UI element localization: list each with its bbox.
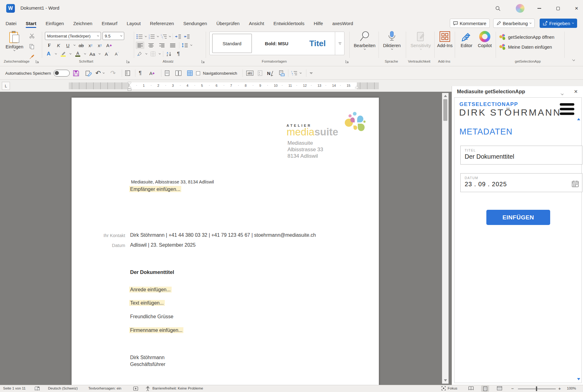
tab-hilfe[interactable]: Hilfe xyxy=(311,19,326,28)
underline-icon[interactable]: U xyxy=(64,42,71,49)
panel-scroll-up-icon[interactable] xyxy=(577,118,580,120)
strikethrough-icon[interactable]: ab xyxy=(78,42,85,49)
two-page-view-icon[interactable] xyxy=(175,68,182,78)
dialog-launcher-icon[interactable] xyxy=(36,60,39,63)
focus-icon[interactable] xyxy=(441,386,446,390)
pane-close-icon[interactable]: × xyxy=(574,88,578,95)
document-scrollbar[interactable] xyxy=(442,93,449,384)
editing-group-button[interactable]: Bearbeiten xyxy=(352,31,377,50)
editing-mode-button[interactable]: Bearbeitung xyxy=(493,19,535,28)
subscript-icon[interactable]: x2 xyxy=(87,42,94,49)
italic-icon[interactable]: K xyxy=(55,42,62,49)
dictate-button[interactable]: Diktieren xyxy=(380,31,403,50)
bold-icon[interactable]: F xyxy=(46,42,53,49)
list-settings-icon[interactable]: 1ai xyxy=(291,68,297,78)
print-preview-icon[interactable] xyxy=(279,68,285,78)
scrollbar-thumb[interactable] xyxy=(443,99,447,121)
style-titel[interactable]: Titel xyxy=(300,34,335,53)
recipient-placeholder[interactable]: Empfänger einfügen... xyxy=(129,186,181,192)
sort-icon[interactable]: AZ xyxy=(166,50,173,58)
undo-icon[interactable]: ↶ xyxy=(95,68,101,78)
comments-button[interactable]: Kommentare xyxy=(450,19,490,28)
clear-formatting-icon[interactable]: A◆ xyxy=(149,68,155,78)
print-layout-icon[interactable] xyxy=(481,385,489,392)
calendar-icon[interactable] xyxy=(572,180,579,187)
cut-icon[interactable] xyxy=(28,32,35,40)
titel-field-value[interactable]: Der Dokumenttitel xyxy=(465,153,578,160)
hamburger-menu-icon[interactable] xyxy=(560,103,574,115)
tab-ansicht[interactable]: Ansicht xyxy=(246,19,266,28)
insert-button[interactable]: EINFÜGEN xyxy=(486,210,550,225)
titel-field[interactable]: TITEL Der Dokumenttitel xyxy=(460,146,582,165)
maximize-button[interactable] xyxy=(553,3,563,14)
tab-axesword[interactable]: axesWord xyxy=(330,19,356,28)
right-indent-marker[interactable] xyxy=(355,86,359,88)
pilcrow-icon[interactable]: ¶ xyxy=(175,50,182,58)
find-replace-icon[interactable]: ab| xyxy=(246,68,253,78)
horizontal-ruler[interactable]: 1·2·3·4·5·6·7·8·9·10·11·12·13·14·15· xyxy=(69,82,379,89)
format-painter-icon[interactable] xyxy=(28,53,35,61)
datum-field-value[interactable]: 23 . 09 . 2025 xyxy=(465,181,578,188)
tab-referenzen[interactable]: Referenzen xyxy=(147,19,177,28)
proofing-status-icon[interactable] xyxy=(35,386,40,391)
editor-button[interactable]: Editor xyxy=(458,31,475,48)
tab-einfgen[interactable]: Einfügen xyxy=(43,19,66,28)
zoom-in-button[interactable]: + xyxy=(558,386,561,391)
pane-chevron-icon[interactable] xyxy=(561,90,563,96)
zoom-level-status[interactable]: 100% xyxy=(567,386,576,390)
language-status[interactable]: Deutsch (Schweiz) xyxy=(48,386,78,390)
salutation-placeholder[interactable]: Anrede einfügen... xyxy=(129,287,172,293)
share-button[interactable]: Freigeben xyxy=(540,19,577,28)
company-placeholder[interactable]: Firmenname einfügen... xyxy=(129,327,183,333)
navigation-pane-checkbox[interactable] xyxy=(196,68,200,78)
accessibility-status[interactable]: Barrierefreiheit: Keine Probleme xyxy=(152,386,203,390)
getsel-open-button[interactable]: getSelectionApp öffnen xyxy=(499,34,555,40)
clear-formatting-icon[interactable]: A◆ xyxy=(106,42,112,49)
align-right-icon[interactable] xyxy=(157,42,166,49)
search-icon[interactable] xyxy=(493,3,503,14)
style-bold-msu[interactable]: Bold: MSU xyxy=(255,34,298,53)
table-grid-icon[interactable] xyxy=(187,68,193,78)
left-indent-marker[interactable] xyxy=(128,89,131,91)
dialog-launcher-icon[interactable] xyxy=(201,60,205,63)
datum-field[interactable]: DATUM 23 . 09 . 2025 xyxy=(460,173,582,192)
tab-entwicklertools[interactable]: Entwicklertools xyxy=(271,19,307,28)
user-avatar[interactable] xyxy=(515,3,525,14)
chevron-down-icon[interactable] xyxy=(73,44,75,46)
line-spacing-icon[interactable] xyxy=(182,42,188,49)
first-line-indent-marker[interactable] xyxy=(128,82,131,85)
zoom-slider-thumb[interactable] xyxy=(536,386,537,391)
font-name-combo[interactable]: Montserrat (Textkörper) xyxy=(45,32,101,40)
hanging-indent-marker[interactable] xyxy=(128,86,131,88)
shading-icon[interactable] xyxy=(136,50,143,58)
minimize-button[interactable] xyxy=(534,3,545,14)
font-color-icon[interactable]: A xyxy=(74,50,81,58)
dialog-launcher-icon[interactable] xyxy=(126,60,130,63)
decrease-indent-icon[interactable] xyxy=(175,33,182,40)
undo-chevron-icon[interactable] xyxy=(103,68,104,78)
document-page[interactable]: ATELIER mediasuite Mediasuite Albisstras… xyxy=(72,98,379,385)
predictions-icon[interactable] xyxy=(133,386,138,391)
web-layout-icon[interactable] xyxy=(497,386,502,390)
tab-start[interactable]: Start xyxy=(23,19,39,28)
tab-sendungen[interactable]: Sendungen xyxy=(181,19,210,28)
focus-label[interactable]: Fokus xyxy=(448,386,457,390)
copy-icon[interactable] xyxy=(28,43,35,50)
collapse-ribbon-icon[interactable] xyxy=(572,56,575,62)
tab-entwurf[interactable]: Entwurf xyxy=(99,19,120,28)
tab-berprfen[interactable]: Überprüfen xyxy=(214,19,242,28)
copilot-button[interactable]: Copilot xyxy=(476,31,493,48)
column-select-icon[interactable] xyxy=(125,68,130,78)
save-as-icon[interactable] xyxy=(85,68,92,78)
font-size-combo[interactable]: 9.5 xyxy=(103,32,124,40)
dialog-launcher-icon[interactable] xyxy=(345,60,349,63)
grow-font-icon[interactable]: Aˆ xyxy=(103,50,110,58)
list-chevron-icon[interactable] xyxy=(300,68,301,78)
justify-icon[interactable] xyxy=(168,42,177,49)
text-effects-icon[interactable]: A xyxy=(45,50,52,58)
body-placeholder[interactable]: Text einfügen... xyxy=(129,300,165,306)
page-count-status[interactable]: Seite 1 von 11 xyxy=(3,386,26,390)
paste-button[interactable]: Einfügen xyxy=(6,31,23,51)
read-mode-icon[interactable] xyxy=(468,386,474,390)
scroll-up-arrow[interactable] xyxy=(444,95,447,97)
